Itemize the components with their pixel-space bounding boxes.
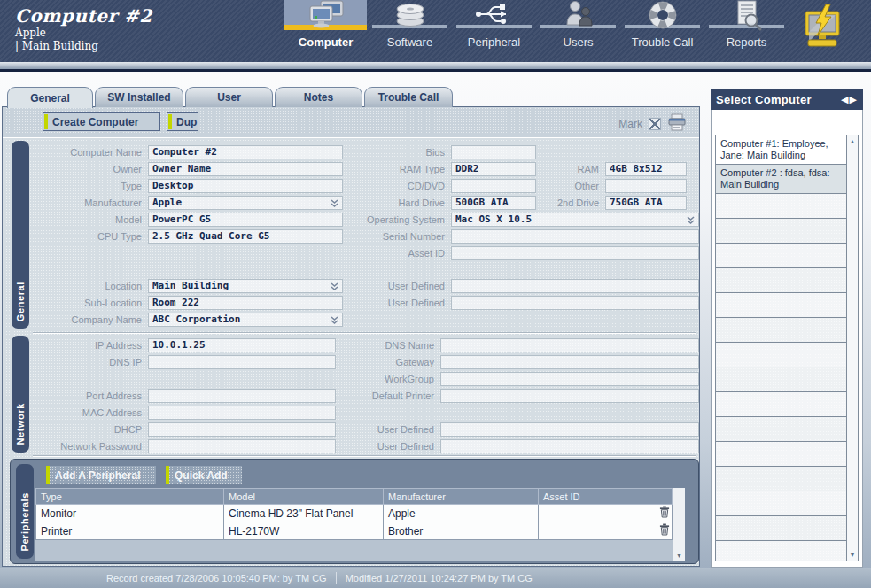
ram-field[interactable]: 4GB 8x512 [605, 162, 687, 176]
mac-address-field[interactable] [148, 406, 336, 420]
chevron-down-icon[interactable] [330, 199, 339, 210]
owner-field[interactable]: Owner Name [148, 162, 343, 176]
port-address-field[interactable] [148, 389, 336, 403]
tab-sw-installed[interactable]: SW Installed [95, 87, 183, 107]
dns-name-field[interactable] [440, 338, 699, 352]
scroll-up-icon[interactable]: ▲ [847, 138, 858, 144]
scroll-down-icon[interactable]: ▼ [673, 553, 685, 559]
dup-button[interactable]: Dup [167, 112, 198, 131]
nav-reports[interactable]: Reports [704, 0, 789, 58]
nav-software[interactable]: Software [368, 0, 452, 58]
table-row[interactable]: Printer HL-2170W Brother [35, 522, 673, 540]
ram-type-field[interactable]: DDR2 [451, 162, 536, 176]
sidebar-body: Computer #1: Employee, Jane: Main Buildi… [711, 110, 863, 568]
mark-checkbox[interactable] [649, 118, 661, 130]
field-row: Sub-Location Room 222 [33, 294, 343, 311]
list-item-empty[interactable] [716, 293, 846, 318]
list-item-empty[interactable] [716, 219, 846, 244]
list-item-empty[interactable] [716, 491, 846, 516]
section-tab-general[interactable]: General [12, 141, 29, 329]
nav-computer[interactable]: Computer [284, 0, 368, 58]
computer-name-field[interactable]: Computer #2 [148, 145, 343, 159]
asset-id-field[interactable] [451, 246, 699, 260]
list-item-empty[interactable] [716, 244, 846, 268]
manufacturer-field[interactable]: Apple [148, 196, 343, 210]
scroll-down-icon[interactable]: ▼ [847, 552, 858, 558]
ip-address-field[interactable]: 10.0.1.25 [148, 338, 336, 352]
print-icon[interactable] [667, 113, 687, 135]
column-header-model[interactable]: Model [223, 488, 383, 505]
cpu-type-field[interactable]: 2.5 GHz Quad Core G5 [148, 229, 343, 244]
quick-add-button[interactable]: Quick Add [166, 466, 242, 484]
delete-peripheral-button[interactable] [657, 505, 673, 522]
model-field[interactable]: PowerPC G5 [148, 213, 343, 227]
exit-icon [800, 37, 844, 52]
add-peripheral-button[interactable]: Add A Peripheral [46, 466, 156, 484]
list-item-empty[interactable] [716, 417, 846, 442]
chevron-down-icon[interactable] [330, 282, 339, 293]
gateway-field[interactable] [440, 355, 699, 369]
peripherals-panel: Peripherals Add A Peripheral Quick Add T… [10, 459, 699, 564]
dhcp-field[interactable] [148, 422, 336, 437]
default-printer-field[interactable] [440, 389, 699, 403]
tab-general[interactable]: General [7, 87, 93, 108]
workgroup-field[interactable] [440, 372, 699, 386]
cd-dvd-field[interactable] [451, 179, 536, 193]
other-field[interactable] [605, 179, 687, 193]
company-name-field[interactable]: ABC Corporation [148, 313, 343, 327]
second-drive-field[interactable]: 750GB ATA [605, 196, 687, 210]
record-created-text: Record created 7/28/2006 10:05:40 PM: by… [106, 573, 327, 584]
delete-peripheral-button[interactable] [657, 522, 673, 540]
sidebar-prev-next-arrows[interactable]: ◀▶ [841, 94, 858, 105]
operating-system-field[interactable]: Mac OS X 10.5 [451, 213, 699, 227]
list-item-empty[interactable] [716, 368, 846, 392]
list-item-empty[interactable] [716, 343, 846, 368]
nav-peripheral[interactable]: Peripheral [452, 0, 536, 58]
list-item-computer-2[interactable]: Computer #2 : fdsa, fdsa: Main Building [716, 165, 846, 194]
list-item-empty[interactable] [716, 442, 846, 467]
nav-users[interactable]: Users [536, 0, 620, 58]
column-header-manufacturer[interactable]: Manufacturer [383, 488, 538, 505]
sub-location-field[interactable]: Room 222 [148, 296, 343, 310]
network-user-defined-field-1[interactable] [440, 422, 699, 437]
table-row[interactable]: Monitor Cinema HD 23" Flat Panel Apple [35, 505, 673, 522]
field-row: WorkGroup [33, 370, 699, 387]
field-row: Port Address Default Printer [33, 387, 699, 404]
list-item-empty[interactable] [716, 516, 846, 541]
list-item-empty[interactable] [716, 318, 846, 343]
exit-button[interactable] [800, 4, 844, 50]
user-defined-field-2[interactable] [451, 296, 699, 310]
hard-drive-field[interactable]: 500GB ATA [451, 196, 536, 210]
bios-field[interactable] [451, 145, 536, 159]
field-row: Owner Owner Name [33, 160, 343, 177]
tab-notes[interactable]: Notes [275, 87, 362, 107]
tab-trouble-call[interactable]: Trouble Call [364, 87, 453, 107]
tab-user[interactable]: User [185, 87, 273, 107]
list-item-empty[interactable] [716, 467, 846, 491]
trouble-call-icon [648, 0, 678, 34]
list-item-empty[interactable] [716, 392, 846, 417]
location-field[interactable]: Main Building [148, 279, 343, 293]
list-item-computer-1[interactable]: Computer #1: Employee, Jane: Main Buildi… [716, 135, 846, 165]
field-row: Computer Name Computer #2 [33, 143, 343, 160]
nav-trouble-call[interactable]: Trouble Call [620, 0, 704, 58]
general-left-fields: Computer Name Computer #2 Owner Owner Na… [33, 143, 343, 244]
dns-ip-field[interactable] [148, 355, 336, 369]
create-computer-button[interactable]: Create Computer [43, 112, 160, 131]
network-password-field[interactable] [148, 439, 336, 453]
list-item-empty[interactable] [716, 194, 846, 219]
chevron-down-icon[interactable] [330, 316, 339, 327]
chevron-down-icon[interactable] [686, 216, 696, 227]
peripherals-scrollbar[interactable]: ▼ [673, 488, 685, 561]
column-header-type[interactable]: Type [35, 488, 223, 505]
sidebar-title: Select Computer [716, 93, 812, 106]
column-header-asset-id[interactable]: Asset ID [538, 488, 673, 505]
user-defined-field-1[interactable] [451, 279, 699, 293]
section-tab-peripherals[interactable]: Peripherals [16, 464, 34, 559]
list-item-empty[interactable] [716, 268, 846, 293]
section-tab-network[interactable]: Network [12, 336, 29, 453]
computer-list-scrollbar[interactable]: ▲ ▼ [846, 135, 858, 561]
serial-number-field[interactable] [451, 229, 699, 244]
type-field[interactable]: Desktop [148, 179, 343, 193]
network-user-defined-field-2[interactable] [440, 439, 699, 453]
